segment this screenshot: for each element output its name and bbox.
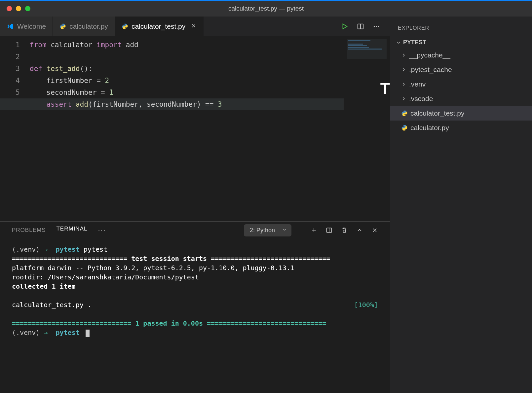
tree-item-label: calculator_test.py: [410, 109, 464, 117]
split-terminal-icon[interactable]: [326, 227, 332, 233]
code-line[interactable]: [30, 51, 390, 63]
sidebar-title: EXPLORER: [390, 23, 532, 37]
tab-label: calculator.py: [69, 22, 108, 30]
code-content[interactable]: from calculator import adddef test_add()…: [30, 36, 390, 221]
tab-calculator[interactable]: calculator.py: [53, 17, 115, 36]
kill-terminal-icon[interactable]: [341, 227, 348, 233]
tree-item-label: .pytest_cache: [409, 66, 452, 74]
line-number: 4: [0, 75, 20, 87]
svg-point-4: [378, 26, 379, 27]
line-number: 5: [0, 87, 20, 98]
tab-calculator-test[interactable]: calculator_test.py: [115, 17, 204, 36]
code-editor[interactable]: 1 2 3 4 5 6 from calculator import addde…: [0, 36, 390, 221]
line-number: 1: [0, 39, 20, 51]
sidebar-section-header[interactable]: PYTEST: [390, 37, 532, 48]
panel-more-icon[interactable]: ···: [98, 226, 106, 234]
titlebar: calculator_test.py — pytest: [0, 0, 532, 17]
more-actions-icon[interactable]: [373, 23, 380, 30]
chevron-down-icon: [396, 40, 401, 45]
terminal-cursor: [86, 330, 90, 337]
chevron-right-icon: [401, 67, 406, 72]
tree-folder[interactable]: .pytest_cache: [390, 62, 532, 77]
code-line[interactable]: secondNumber = 1: [30, 87, 390, 98]
chevron-right-icon: [401, 82, 406, 87]
tab-welcome[interactable]: Welcome: [0, 17, 53, 36]
tree-folder[interactable]: __pycache__: [390, 48, 532, 62]
code-line[interactable]: assert add(firstNumber, secondNumber) ==…: [30, 98, 390, 110]
traffic-lights: [0, 6, 30, 11]
panel-tabs: PROBLEMS TERMINAL ··· 2: Python: [0, 222, 390, 239]
explorer-sidebar: EXPLORER PYTEST __pycache__.pytest_cache…: [390, 17, 532, 393]
tab-label: calculator_test.py: [132, 22, 185, 30]
terminal-output[interactable]: (.venv) → pytest pytest ================…: [0, 239, 390, 393]
chevron-right-icon: [401, 53, 406, 58]
chevron-right-icon: [401, 96, 406, 101]
maximize-window-button[interactable]: [25, 6, 30, 11]
chevron-down-icon: [282, 227, 287, 234]
tree-folder[interactable]: .vscode: [390, 91, 532, 106]
tree-folder[interactable]: .venv: [390, 77, 532, 91]
editor-tabs-bar: Welcome calculator.py calculator_test.py: [0, 17, 390, 36]
run-icon[interactable]: [341, 23, 348, 30]
line-gutter: 1 2 3 4 5 6: [0, 36, 30, 221]
tree-item-label: .venv: [409, 80, 426, 88]
line-number: 2: [0, 51, 20, 63]
tree-item-label: .vscode: [409, 95, 433, 103]
terminal-selector-label: 2: Python: [250, 227, 275, 233]
terminal-selector[interactable]: 2: Python: [244, 224, 291, 236]
close-window-button[interactable]: [7, 6, 12, 11]
tab-label: Welcome: [17, 22, 46, 30]
code-line[interactable]: firstNumber = 2: [30, 75, 390, 87]
svg-point-2: [374, 26, 375, 27]
line-number: 3: [0, 63, 20, 75]
tree-item-label: calculator.py: [410, 124, 449, 132]
minimize-window-button[interactable]: [16, 6, 21, 11]
code-line[interactable]: from calculator import add: [30, 39, 390, 51]
panel-tab-problems[interactable]: PROBLEMS: [12, 227, 46, 233]
tree-item-label: __pycache__: [409, 51, 450, 59]
panel-tab-terminal[interactable]: TERMINAL: [56, 226, 87, 235]
svg-point-3: [376, 26, 377, 27]
python-icon: [401, 110, 408, 117]
code-line[interactable]: def test_add():: [30, 63, 390, 75]
window-title: calculator_test.py — pytest: [228, 5, 304, 12]
split-editor-icon[interactable]: [357, 23, 364, 30]
python-icon: [401, 125, 408, 131]
close-panel-icon[interactable]: [371, 227, 378, 233]
close-tab-icon[interactable]: [191, 23, 197, 30]
maximize-panel-icon[interactable]: [356, 227, 363, 233]
python-icon: [59, 23, 66, 30]
minimap[interactable]: [347, 39, 387, 59]
overlay-letter: T: [380, 83, 390, 94]
section-label: PYTEST: [403, 39, 426, 46]
file-tree: __pycache__.pytest_cache.venv.vscodecalc…: [390, 48, 532, 135]
new-terminal-icon[interactable]: [311, 227, 317, 233]
tree-file[interactable]: calculator.py: [390, 121, 532, 135]
vscode-icon: [7, 23, 14, 30]
tree-file[interactable]: calculator_test.py: [390, 106, 532, 121]
python-icon: [122, 23, 128, 30]
bottom-panel: PROBLEMS TERMINAL ··· 2: Python: [0, 221, 390, 393]
